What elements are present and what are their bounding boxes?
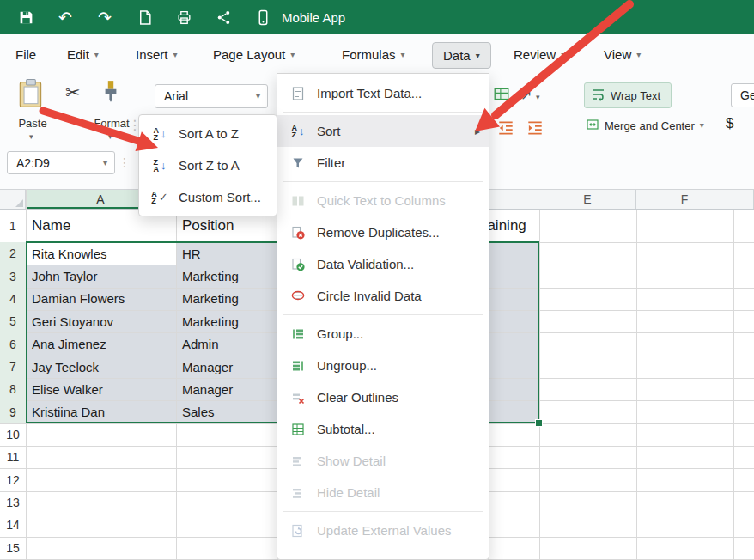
currency-format-button[interactable]: $	[726, 115, 733, 132]
new-document-icon[interactable]	[136, 9, 153, 26]
menu-item-circle-invalid-data[interactable]: Circle Invalid Data	[277, 280, 489, 312]
column-header-f[interactable]: F	[636, 190, 733, 209]
menu-edit-label: Edit	[67, 47, 89, 62]
menu-item-label: Clear Outlines	[317, 390, 398, 405]
menu-insert[interactable]: Insert▾	[136, 47, 178, 62]
increase-indent-icon[interactable]	[526, 119, 544, 141]
menu-separator	[283, 112, 483, 113]
menu-item-sort[interactable]: AZ↓ Sort ▸	[277, 115, 489, 147]
row-header-11[interactable]: 11	[0, 446, 26, 468]
merge-and-center-button[interactable]: Merge and Center ▾	[586, 113, 704, 137]
cell-a4[interactable]: Damian Flowers	[26, 288, 176, 310]
text-to-columns-icon	[288, 192, 308, 210]
undo-icon[interactable]: ↶	[57, 9, 74, 26]
redo-icon[interactable]: ↷	[96, 9, 113, 26]
row-header-9[interactable]: 9	[0, 401, 26, 423]
column-header-e[interactable]: E	[539, 190, 636, 209]
row-header-1[interactable]: 1	[0, 210, 26, 242]
wrap-text-button[interactable]: Wrap Text	[584, 82, 672, 108]
row-header-14[interactable]: 14	[0, 514, 26, 536]
data-validation-icon	[288, 256, 308, 273]
menu-item-label: Filter	[317, 155, 345, 170]
row-header-12[interactable]: 12	[0, 469, 26, 491]
selection-fill-handle[interactable]	[535, 419, 543, 427]
orientation-icon[interactable]: ↗	[520, 87, 532, 103]
menu-item-filter[interactable]: Filter	[277, 147, 489, 179]
name-box[interactable]: A2:D9 ▾	[7, 151, 115, 174]
menu-item-label: Update External Values	[317, 523, 451, 538]
menu-edit[interactable]: Edit▾	[67, 47, 99, 62]
font-name-combo[interactable]: Arial ▾	[155, 84, 268, 108]
table-borders-icon[interactable]	[493, 86, 510, 107]
number-format-combo[interactable]: Ge	[731, 83, 754, 107]
menu-item-data-validation[interactable]: Data Validation...	[277, 248, 489, 280]
menu-separator	[283, 511, 483, 512]
menu-formulas[interactable]: Formulas▾	[342, 47, 405, 62]
update-external-values-icon	[288, 522, 308, 539]
sort-a-to-z-icon: AZ↓	[149, 125, 170, 143]
menu-item-group[interactable]: Group...	[277, 318, 489, 350]
cell-a5[interactable]: Geri Stoyanov	[26, 310, 176, 332]
mobile-phone-icon[interactable]	[254, 9, 271, 26]
share-icon[interactable]	[215, 9, 232, 26]
chevron-down-icon: ▾	[636, 51, 641, 59]
print-icon[interactable]	[175, 9, 192, 26]
menu-item-label: Circle Invalid Data	[317, 289, 422, 303]
chevron-down-icon: ▾	[103, 159, 107, 167]
column-a-cells: Name Rita Knowles John Taylor Damian Flo…	[26, 210, 176, 423]
row-header-15[interactable]: 15	[0, 537, 26, 559]
cell-a3[interactable]: John Taylor	[26, 265, 176, 287]
cell-a7[interactable]: Jay Teelock	[26, 356, 176, 378]
paste-icon[interactable]	[17, 78, 45, 113]
chevron-down-icon[interactable]: ▾	[108, 132, 112, 141]
row-header-6[interactable]: 6	[0, 332, 26, 355]
cut-icon[interactable]: ✂	[65, 82, 81, 103]
menu-item-sort-a-to-z[interactable]: AZ↓ Sort A to Z	[139, 118, 277, 149]
row-header-5[interactable]: 5	[0, 310, 26, 332]
cell-a6[interactable]: Ana Jimenez	[26, 333, 176, 356]
menu-item-hide-detail: Hide Detail	[277, 477, 489, 508]
column-header-g-partial[interactable]	[733, 190, 754, 209]
merge-cells-icon	[586, 118, 599, 134]
format-painter-icon[interactable]	[98, 79, 124, 110]
menu-item-custom-sort[interactable]: AZ✓ Custom Sort...	[139, 181, 277, 213]
wrap-text-icon	[592, 88, 605, 104]
formula-bar-drag-handle[interactable]: ⋮	[119, 156, 131, 168]
menu-item-subtotal[interactable]: Subtotal...	[277, 413, 489, 445]
spreadsheet-app-window: ↶ ↷ Mobile App File Edit▾ Insert▾ Page L…	[0, 0, 754, 560]
menu-item-label: Group...	[317, 326, 363, 341]
cell-a9[interactable]: Kristiina Dan	[26, 401, 176, 423]
menu-data-label: Data	[443, 48, 471, 63]
menu-item-ungroup[interactable]: Ungroup...	[277, 350, 489, 381]
menu-data-active[interactable]: Data▾	[432, 42, 491, 69]
row-header-2[interactable]: 2	[0, 242, 26, 265]
menu-page-layout[interactable]: Page Layout▾	[213, 47, 295, 62]
sort-submenu: AZ↓ Sort A to Z ZA↓ Sort Z to A AZ✓ Cust…	[138, 114, 277, 216]
group-icon	[288, 326, 308, 343]
paste-button[interactable]: Paste	[10, 117, 55, 130]
row-header-7[interactable]: 7	[0, 356, 26, 378]
row-header-10[interactable]: 10	[0, 423, 26, 446]
row-header-column: 1 2 3 4 5 6 7 8 9 10 11 12 13 14 15	[0, 210, 26, 559]
select-all-corner[interactable]	[0, 190, 26, 209]
chevron-down-icon[interactable]: ▾	[536, 93, 540, 101]
decrease-indent-icon[interactable]	[496, 119, 515, 141]
menu-item-sort-z-to-a[interactable]: ZA↓ Sort Z to A	[139, 149, 277, 181]
menu-file[interactable]: File	[15, 47, 36, 62]
save-icon[interactable]	[17, 9, 34, 26]
menu-item-label: Ungroup...	[317, 358, 377, 373]
menu-item-show-detail: Show Detail	[277, 445, 489, 477]
row-header-8[interactable]: 8	[0, 378, 26, 400]
menu-item-import-text-data[interactable]: Import Text Data...	[277, 77, 489, 109]
cell-a8[interactable]: Elise Walker	[26, 378, 176, 400]
menu-view[interactable]: View▾	[604, 47, 641, 62]
row-header-3[interactable]: 3	[0, 265, 26, 287]
cell-a2[interactable]: Rita Knowles	[26, 242, 176, 265]
row-header-13[interactable]: 13	[0, 491, 26, 514]
chevron-down-icon[interactable]: ▾	[29, 132, 33, 141]
menu-review[interactable]: Review▾	[514, 47, 565, 62]
chevron-down-icon: ▾	[476, 52, 480, 60]
row-header-4[interactable]: 4	[0, 288, 26, 310]
menu-item-clear-outlines[interactable]: Clear Outlines	[277, 381, 489, 413]
menu-item-remove-duplicates[interactable]: Remove Duplicates...	[277, 216, 489, 248]
